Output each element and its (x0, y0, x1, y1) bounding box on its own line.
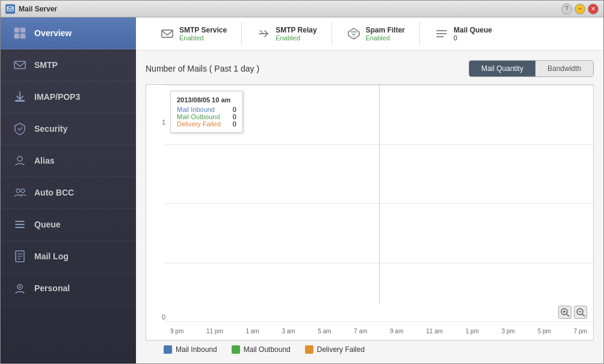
x-label-1pm: 1 pm (466, 328, 479, 335)
legend-inbound: Mail Inbound (164, 345, 217, 354)
chart-tabs: Mail Quantity Bandwidth (469, 60, 594, 77)
svg-point-8 (16, 189, 20, 193)
sidebar-item-imap[interactable]: IMAP/POP3 (1, 81, 136, 113)
sidebar-item-security[interactable]: Security (1, 113, 136, 145)
svg-point-18 (19, 286, 21, 288)
smtp-service-value: Enabled (179, 34, 227, 42)
smtp-icon (13, 58, 27, 72)
legend-label-inbound: Mail Inbound (176, 345, 217, 354)
sidebar-item-personal-label: Personal (34, 283, 70, 293)
chart-vline-center (379, 85, 380, 304)
main-window: Mail Server ? − ✕ Overview (0, 0, 604, 364)
status-smtp-relay: SMTP Relay Enabled (242, 22, 331, 45)
x-label-9am: 9 am (390, 328, 403, 335)
svg-line-28 (567, 314, 569, 316)
sidebar: Overview SMTP (1, 17, 136, 363)
personal-icon (13, 281, 27, 295)
zoom-controls (558, 306, 587, 319)
x-label-7am: 7 am (354, 328, 367, 335)
smtp-relay-icon (256, 26, 271, 41)
smtp-relay-value: Enabled (276, 34, 316, 42)
tooltip-value-inbound: 0 (233, 106, 236, 113)
legend-color-failed (305, 345, 313, 354)
svg-rect-5 (14, 61, 25, 69)
chart-container: 1 0 (146, 84, 594, 341)
tooltip-row-outbound: Mail Outbound 0 (177, 113, 236, 120)
y-label-1: 1 (149, 119, 165, 126)
x-label-9pm: 9 pm (170, 328, 183, 335)
legend-color-inbound (164, 345, 172, 354)
titlebar-left: Mail Server (5, 4, 57, 14)
titlebar-buttons: ? − ✕ (561, 4, 599, 14)
chart-legend: Mail Inbound Mail Outbound Delivery Fail… (146, 345, 594, 354)
legend-label-failed: Delivery Failed (317, 345, 365, 354)
zoom-out-button[interactable] (574, 306, 587, 319)
tab-mail-quantity[interactable]: Mail Quantity (469, 61, 535, 76)
tooltip-row-failed: Delivery Failed 0 (177, 120, 236, 128)
security-icon (13, 122, 27, 136)
close-button[interactable]: ✕ (588, 4, 599, 14)
queue-icon (13, 217, 27, 232)
chart-area: Number of Mails ( Past 1 day ) Mail Quan… (136, 51, 603, 363)
chart-tooltip: 2013/08/05 10 am Mail Inbound 0 Mail Out… (170, 91, 243, 133)
svg-point-9 (21, 189, 25, 193)
tooltip-label-inbound: Mail Inbound (177, 106, 215, 113)
svg-line-32 (582, 314, 585, 316)
status-spam-filter: Spam Filter Enabled (332, 22, 420, 45)
sidebar-item-overview[interactable]: Overview (1, 17, 136, 49)
x-label-7pm: 7 pm (574, 328, 587, 335)
sidebar-item-auto-bcc[interactable]: Auto BCC (1, 177, 136, 209)
sidebar-item-alias[interactable]: Alias (1, 145, 136, 177)
sidebar-item-smtp[interactable]: SMTP (1, 49, 136, 81)
sidebar-item-mail-log[interactable]: Mail Log (1, 241, 136, 273)
status-mail-queue: Mail Queue 0 (420, 22, 507, 45)
chart-title: Number of Mails ( Past 1 day ) (146, 64, 259, 73)
x-label-3pm: 3 pm (502, 328, 515, 335)
sidebar-item-auto-bcc-label: Auto BCC (34, 188, 74, 197)
sidebar-item-smtp-label: SMTP (34, 60, 58, 70)
svg-marker-20 (348, 28, 359, 39)
spam-filter-info: Spam Filter Enabled (366, 26, 405, 42)
titlebar: Mail Server ? − ✕ (1, 1, 603, 17)
svg-rect-0 (7, 7, 13, 11)
svg-rect-6 (15, 100, 25, 102)
main-content: Overview SMTP (1, 17, 603, 363)
smtp-service-info: SMTP Service Enabled (179, 26, 227, 42)
tooltip-value-outbound: 0 (233, 113, 236, 120)
sidebar-item-alias-label: Alias (34, 156, 54, 165)
chart-labels-x: 9 pm 11 pm 1 am 3 am 5 am 7 am 9 am 11 a… (164, 322, 593, 340)
spam-filter-icon (347, 26, 361, 41)
svg-rect-19 (162, 30, 173, 37)
minimize-button[interactable]: − (575, 4, 585, 14)
auto-bcc-icon (13, 185, 27, 200)
smtp-service-icon (160, 26, 174, 41)
sidebar-item-imap-label: IMAP/POP3 (34, 92, 80, 102)
mail-queue-info: Mail Queue 0 (454, 26, 492, 42)
chart-inner: 1 0 (146, 85, 593, 340)
svg-point-7 (17, 156, 22, 161)
right-panel: SMTP Service Enabled SMTP Relay (136, 17, 603, 363)
x-label-5pm: 5 pm (538, 328, 551, 335)
chart-header: Number of Mails ( Past 1 day ) Mail Quan… (146, 60, 594, 77)
svg-rect-1 (14, 28, 19, 32)
y-label-0: 0 (149, 313, 165, 321)
tooltip-value-failed: 0 (233, 120, 236, 128)
tooltip-label-outbound: Mail Outbound (177, 113, 220, 120)
mail-queue-name: Mail Queue (454, 26, 492, 34)
x-label-3am: 3 am (282, 328, 295, 335)
sidebar-item-overview-label: Overview (34, 28, 72, 38)
tab-bandwidth[interactable]: Bandwidth (535, 61, 593, 76)
sidebar-item-queue-label: Queue (34, 220, 61, 229)
legend-outbound: Mail Outbound (232, 345, 291, 354)
sidebar-item-personal[interactable]: Personal (1, 273, 136, 304)
sidebar-item-security-label: Security (34, 124, 67, 134)
alias-icon (13, 153, 27, 168)
help-button[interactable]: ? (561, 4, 572, 14)
svg-rect-4 (20, 34, 25, 39)
tooltip-row-inbound: Mail Inbound 0 (177, 106, 236, 113)
x-label-11pm: 11 pm (206, 328, 223, 335)
zoom-in-button[interactable] (558, 306, 572, 319)
mail-queue-value: 0 (454, 34, 492, 42)
svg-rect-2 (20, 28, 25, 32)
sidebar-item-queue[interactable]: Queue (1, 209, 136, 241)
